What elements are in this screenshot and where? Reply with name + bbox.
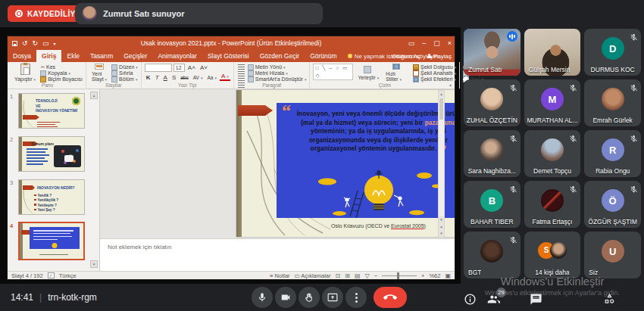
quick-access-toolbar[interactable]: ↺ ↻ ▭ ▾ <box>12 36 56 50</box>
participant-tile-zuhal[interactable]: ZUHAL ÖZÇETİN <box>464 79 521 126</box>
meeting-details-button[interactable] <box>464 293 477 306</box>
cut-button[interactable]: ✂Kes <box>40 64 83 70</box>
shape-fill-button[interactable]: Şekil Dolgusu <box>413 64 456 70</box>
participant-tile-siz[interactable]: USiz <box>584 232 641 278</box>
previous-slide-button[interactable]: ▴ <box>439 223 444 230</box>
tab-slideshow[interactable]: Slayt Gösterisi <box>202 50 255 62</box>
spellcheck-icon[interactable]: ✓ <box>48 272 55 278</box>
thumbs-scroll-down[interactable]: ▾ <box>90 260 98 268</box>
more-options-button[interactable] <box>345 287 367 308</box>
normal-view-icon[interactable]: ⊡ <box>336 272 341 279</box>
chat-button[interactable] <box>530 293 542 306</box>
participant-tile-ozgur[interactable]: ÖÖZGÜR ŞAŞTIM <box>584 181 641 228</box>
slide-canvas[interactable]: “ İnovasyon, yeni veya önemli ölçüde değ… <box>100 89 445 238</box>
align-text-button[interactable]: Metni Hizala <box>248 70 307 76</box>
slideshow-view-icon[interactable]: ▽ <box>364 272 369 279</box>
ribbon-options-icon[interactable]: ▭ <box>408 39 415 47</box>
tab-file[interactable]: Dosya <box>8 50 36 62</box>
vertical-scrollbar[interactable]: ▴ ▾ ▴ ▾ <box>438 90 445 238</box>
leave-call-button[interactable] <box>374 287 407 308</box>
language-indicator[interactable]: Türkçe <box>59 272 77 279</box>
text-direction-button[interactable]: Metin Yönü <box>248 64 307 70</box>
notes-pane[interactable]: Not eklemek için tıklatın <box>100 238 455 271</box>
tab-review[interactable]: Gözden Geçir <box>255 50 305 62</box>
undo-icon[interactable]: ↺ <box>22 39 28 47</box>
text-shadow-button[interactable]: S <box>170 74 177 81</box>
participant-tile-bahar[interactable]: BBAHAR TIBER <box>464 181 521 228</box>
slide-sorter-icon[interactable]: ⊞ <box>345 272 350 279</box>
close-button[interactable]: × <box>448 39 452 47</box>
quote-box[interactable]: “ İnovasyon, yeni veya önemli ölçüde değ… <box>277 103 455 218</box>
participant-tile-fatma[interactable]: Fatma Ertaşçı <box>524 181 581 228</box>
copy-button[interactable]: Kopyala <box>40 70 83 76</box>
next-slide-button[interactable]: ▾ <box>439 230 444 237</box>
arrange-button[interactable]: Yerleştir <box>355 64 381 82</box>
font-size-box[interactable]: 12 <box>174 64 185 72</box>
bullets-icon[interactable] <box>238 64 245 70</box>
slide-thumbnail-pane[interactable]: 1 TEKNOLOJİ VE İNOVASYON YÖNETİMİ 2 <box>8 89 100 271</box>
tab-animations[interactable]: Animasyonlar <box>152 50 202 62</box>
tab-view[interactable]: Görünüm <box>305 50 342 62</box>
paste-button[interactable]: Yapıştır <box>12 64 38 82</box>
shape-outline-button[interactable]: Şekil Anahattı <box>413 70 456 76</box>
participant-tile-rabia[interactable]: RRabia Ongu <box>584 130 641 177</box>
section-button[interactable]: Bölüm <box>111 76 138 82</box>
save-icon[interactable] <box>12 41 17 46</box>
raise-hand-button[interactable] <box>299 287 320 308</box>
redo-icon[interactable]: ↻ <box>33 39 39 47</box>
scrollbar-thumb[interactable] <box>439 98 443 120</box>
participant-tile-gulsah[interactable]: Gülşah Mersin <box>524 29 581 76</box>
presenter-tab[interactable]: Zumrut Satı sunuyor <box>75 3 323 24</box>
participant-tile-demet[interactable]: Demet Topçu <box>524 130 581 177</box>
share-button[interactable]: Paylaş <box>427 53 452 60</box>
participant-tile-murathan[interactable]: MMURATHAN AL... <box>524 79 581 126</box>
reset-button[interactable]: Sıfırla <box>111 70 138 76</box>
sign-in-button[interactable]: Oturum Aç <box>392 53 420 60</box>
new-slide-button[interactable]: Yeni Slayt <box>89 64 109 82</box>
reading-view-icon[interactable]: ▤ <box>355 272 361 279</box>
numbering-icon[interactable] <box>238 71 245 76</box>
mic-button[interactable] <box>252 287 273 308</box>
activities-button[interactable] <box>603 293 616 306</box>
tab-design[interactable]: Tasarım <box>85 50 118 62</box>
maximize-button[interactable]: ▢ <box>433 39 440 47</box>
slideshow-icon[interactable]: ▭ <box>42 39 49 47</box>
shrink-font-button[interactable]: A˅ <box>199 64 209 71</box>
tab-insert[interactable]: Ekle <box>61 50 85 62</box>
bold-button[interactable]: K <box>145 74 152 81</box>
slide-thumbnail-4-selected[interactable] <box>18 222 85 260</box>
zoom-slider[interactable] <box>382 275 417 276</box>
participant-tile-zumrut[interactable]: Zumrut Satı <box>464 29 521 76</box>
tab-transitions[interactable]: Geçişler <box>118 50 152 62</box>
font-name-box[interactable] <box>145 64 172 72</box>
underline-button[interactable]: A <box>162 74 169 81</box>
scroll-up-icon[interactable]: ▴ <box>439 91 444 98</box>
comments-toggle[interactable]: ▭ Açıklamalar <box>295 272 331 279</box>
zoom-in-icon[interactable]: + <box>421 272 424 279</box>
collapse-ribbon-icon[interactable]: ▴ <box>449 82 452 87</box>
format-painter-button[interactable]: Biçim Boyacısı <box>40 76 83 82</box>
scroll-down-icon[interactable]: ▾ <box>439 216 444 223</box>
participant-tile-emrah[interactable]: Emrah Gürlek <box>584 79 641 126</box>
tab-home[interactable]: Giriş <box>36 50 61 62</box>
camera-button[interactable] <box>275 287 296 308</box>
slide-thumbnail-1[interactable]: TEKNOLOJİ VE İNOVASYON YÖNETİMİ <box>18 93 85 129</box>
participant-tile-bgt[interactable]: BGT <box>464 232 521 278</box>
slide-thumbnail-2[interactable]: Sunum planı <box>18 136 85 172</box>
change-case-button[interactable]: Aa <box>205 75 217 80</box>
smartart-button[interactable]: SmartArt'a Dönüştür <box>248 76 307 82</box>
grow-font-button[interactable]: A˄ <box>186 64 197 71</box>
font-color-button[interactable]: A <box>220 73 230 81</box>
participant-tile-sara[interactable]: Sara Naghibza... <box>464 130 521 177</box>
participant-tile-overflow[interactable]: S14 kişi daha <box>524 232 581 278</box>
thumbs-scroll-up[interactable]: ▴ <box>90 92 98 99</box>
italic-button[interactable]: T <box>154 74 161 81</box>
qat-customize-icon[interactable]: ▾ <box>54 41 56 46</box>
participant-tile-durmus[interactable]: DDURMUS KOC <box>584 29 641 76</box>
slide-thumbnail-3[interactable]: İNOVASYON NEDİR? Yenilik ? Yenilikçilik … <box>18 179 85 215</box>
notes-toggle[interactable]: ≡ Notlar <box>270 272 289 279</box>
zoom-out-icon[interactable]: − <box>374 272 377 279</box>
strikethrough-button[interactable]: abc <box>179 75 189 80</box>
minimize-button[interactable]: – <box>422 39 426 47</box>
shapes-gallery[interactable] <box>313 64 353 80</box>
